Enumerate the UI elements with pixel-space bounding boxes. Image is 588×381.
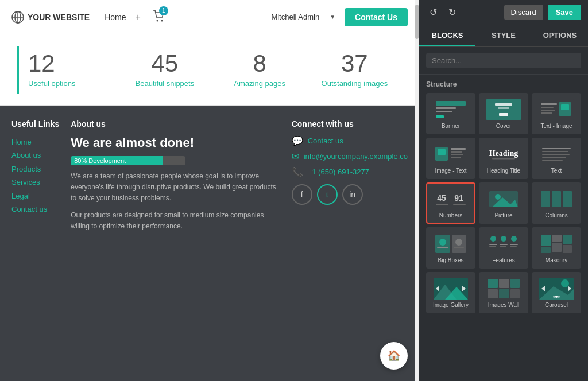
block-big-boxes-thumb	[434, 233, 468, 255]
undo-button[interactable]: ↺	[426, 5, 440, 20]
structure-section-title: Structure	[426, 80, 581, 88]
svg-rect-64	[500, 244, 508, 245]
block-carousel[interactable]: Carousel	[532, 272, 581, 313]
block-cover-thumb	[486, 99, 521, 120]
svg-rect-74	[563, 245, 572, 253]
contact-link[interactable]: 💬 Contact us	[292, 135, 408, 146]
svg-rect-41	[436, 204, 448, 205]
svg-rect-63	[489, 246, 496, 247]
phone-link[interactable]: 📞 +1 (650) 691-3277	[292, 166, 408, 177]
email-link[interactable]: ✉ info@yourcompany.example.co	[292, 151, 408, 162]
svg-rect-14	[499, 113, 508, 116]
stat-number: 12	[28, 52, 111, 76]
tab-blocks[interactable]: BLOCKS	[419, 25, 475, 46]
block-image-text-thumb	[434, 143, 468, 165]
svg-rect-35	[542, 154, 570, 155]
block-image-gallery[interactable]: Image Gallery	[426, 272, 475, 313]
block-picture[interactable]: Picture	[479, 182, 528, 224]
list-item: Contact us	[11, 203, 59, 216]
progress-bar-wrap: 80% Development	[71, 156, 185, 165]
svg-rect-36	[542, 157, 566, 158]
block-columns-label: Columns	[545, 212, 567, 219]
block-heading-title[interactable]: Heading Heading Title	[479, 138, 528, 179]
search-input[interactable]	[426, 53, 581, 68]
main-area: YOUR WEBSITE Home + 1 Mitchell Admin ▼ C…	[0, 0, 419, 381]
svg-rect-27	[451, 154, 463, 155]
svg-rect-31	[492, 158, 515, 160]
svg-point-96	[558, 296, 560, 298]
phone-value: +1 (650) 691-3277	[308, 168, 369, 176]
block-banner[interactable]: Banner	[426, 93, 475, 134]
svg-rect-19	[541, 112, 552, 114]
footer-link-contact[interactable]: Contact us	[11, 205, 47, 213]
block-cover[interactable]: Cover	[479, 93, 528, 134]
block-heading-title-thumb: Heading	[486, 143, 521, 165]
svg-point-54	[439, 239, 446, 246]
footer-link-home[interactable]: Home	[11, 138, 32, 146]
block-numbers[interactable]: 45 91 Numbers	[426, 182, 475, 224]
list-item: Home	[11, 135, 59, 149]
svg-rect-37	[542, 160, 563, 161]
save-button[interactable]: Save	[548, 5, 581, 20]
footer-link-services[interactable]: Services	[11, 178, 40, 186]
svg-rect-57	[454, 247, 464, 248]
block-columns[interactable]: Columns	[532, 182, 581, 224]
progress-label: 80% Development	[74, 157, 126, 164]
block-features-label: Features	[492, 257, 514, 264]
facebook-button[interactable]: f	[292, 184, 312, 205]
main-scrollbar[interactable]	[415, 0, 419, 381]
block-images-wall[interactable]: Images Wall	[479, 272, 528, 313]
cart-badge: 1	[159, 6, 168, 15]
redo-button[interactable]: ↻	[445, 5, 459, 20]
footer-links-col: Useful Links Home About us Products Serv…	[11, 119, 59, 367]
add-page-button[interactable]: +	[135, 12, 140, 22]
svg-point-95	[555, 296, 558, 298]
cart-icon[interactable]: 1	[152, 10, 165, 25]
stat-number: 45	[123, 52, 206, 76]
block-image-gallery-label: Image Gallery	[433, 302, 469, 309]
footer-link-products[interactable]: Products	[11, 165, 41, 173]
svg-rect-8	[436, 107, 456, 109]
svg-rect-48	[541, 191, 550, 207]
panel-topbar: ↺ ↻ Discard Save	[419, 0, 588, 25]
svg-rect-84	[510, 279, 520, 288]
svg-rect-9	[436, 111, 452, 112]
block-text-image[interactable]: Text - Image	[532, 93, 581, 134]
linkedin-button[interactable]: in	[342, 184, 363, 205]
tab-style[interactable]: STYLE	[475, 25, 532, 46]
stats-section: 12 Useful options 45 Beautiful snippets …	[0, 34, 419, 106]
svg-rect-18	[541, 110, 555, 111]
home-fab-button[interactable]: 🏠	[380, 342, 408, 370]
svg-point-59	[490, 236, 496, 242]
contact-us-button[interactable]: Contact Us	[345, 8, 408, 26]
svg-rect-50	[563, 191, 572, 207]
footer-link-about[interactable]: About us	[11, 151, 41, 160]
scroll-thumb	[415, 5, 419, 39]
block-big-boxes[interactable]: Big Boxes	[426, 227, 475, 269]
svg-text:Heading: Heading	[489, 149, 519, 158]
block-text[interactable]: Text	[532, 138, 581, 179]
svg-point-60	[501, 236, 506, 242]
globe-icon	[11, 11, 24, 24]
svg-point-45	[495, 194, 501, 200]
block-image-text-label: Image - Text	[435, 168, 467, 174]
footer-links-title: Useful Links	[11, 119, 59, 129]
svg-rect-72	[552, 243, 562, 252]
twitter-button[interactable]: t	[317, 184, 338, 205]
home-nav-link[interactable]: Home	[105, 13, 126, 22]
tab-options[interactable]: OPTIONS	[532, 25, 588, 46]
footer-link-legal[interactable]: Legal	[11, 192, 30, 200]
block-masonry-label: Masonry	[546, 257, 567, 264]
block-masonry[interactable]: Masonry	[532, 227, 581, 269]
stat-number: 37	[313, 52, 396, 76]
block-image-text[interactable]: Image - Text	[426, 138, 475, 179]
svg-rect-67	[510, 246, 517, 247]
block-picture-label: Picture	[494, 212, 512, 219]
block-cover-label: Cover	[496, 123, 512, 130]
svg-rect-33	[542, 148, 571, 149]
block-features-thumb	[486, 233, 521, 255]
block-big-boxes-label: Big Boxes	[438, 257, 463, 264]
discard-button[interactable]: Discard	[504, 5, 543, 20]
block-features[interactable]: Features	[479, 227, 528, 269]
admin-menu[interactable]: Mitchell Admin	[271, 13, 319, 21]
